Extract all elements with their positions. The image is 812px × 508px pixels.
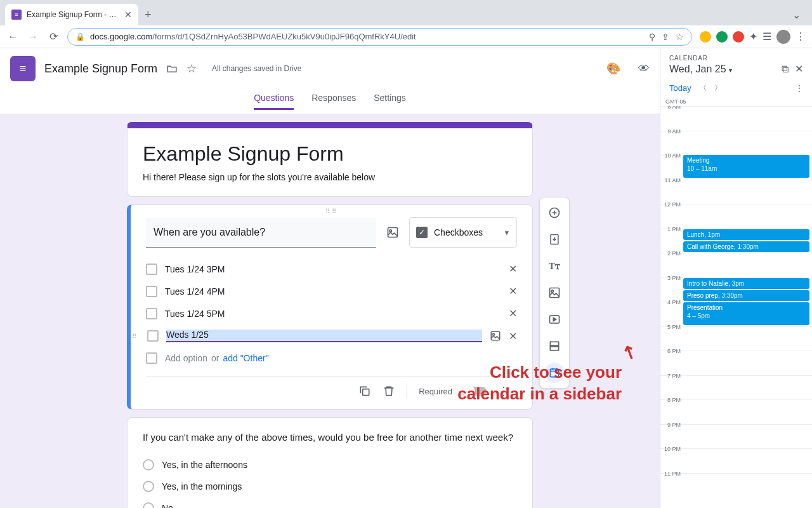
delete-icon[interactable]: [383, 385, 395, 398]
calendar-date[interactable]: Wed, Jan 25 ▾: [669, 64, 732, 75]
drag-handle-icon[interactable]: ⠿⠿: [131, 205, 532, 217]
calendar-sidebar-icon[interactable]: [544, 363, 565, 383]
add-title-icon[interactable]: Tᴛ: [544, 256, 565, 276]
extension-icon[interactable]: [733, 31, 744, 43]
extension-icon[interactable]: [716, 31, 728, 43]
annotation-arrow: ↖: [619, 340, 641, 365]
hour-label: 2 PM: [660, 250, 683, 277]
close-tab-icon[interactable]: ✕: [124, 10, 132, 20]
theme-icon[interactable]: 🎨: [606, 62, 620, 76]
extensions-icon[interactable]: ✦: [749, 30, 757, 43]
calendar-event[interactable]: Lunch, 1pm: [683, 229, 809, 240]
tab-responses[interactable]: Responses: [311, 93, 356, 110]
radio-icon: [143, 459, 154, 471]
radio-option[interactable]: No: [143, 497, 517, 508]
add-video-icon[interactable]: [544, 309, 565, 330]
duplicate-icon[interactable]: [358, 385, 371, 398]
next-day-icon[interactable]: 〉: [714, 83, 722, 93]
address-bar[interactable]: 🔒 docs.google.com/forms/d/1QSdZrnHyAo53B…: [67, 28, 692, 46]
question-card[interactable]: ⠿⠿ When are you available? ✓ Checkboxes …: [127, 204, 533, 410]
add-image-icon[interactable]: [386, 226, 399, 239]
tabs-overflow-icon[interactable]: ⌄: [786, 4, 807, 25]
bookmark-icon[interactable]: ☆: [676, 32, 684, 42]
browser-tab-strip: ≡ Example Signup Form - Google ✕ + ⌄: [0, 0, 812, 25]
option-row-editing[interactable]: ⠿ Weds 1/25 ✕: [146, 324, 517, 347]
remove-option-icon[interactable]: ✕: [509, 307, 517, 319]
hour-label: 1 PM: [660, 226, 683, 253]
browser-menu-icon[interactable]: ⋮: [796, 30, 806, 43]
question-type-dropdown[interactable]: ✓ Checkboxes ▼: [409, 217, 517, 248]
today-button[interactable]: Today: [669, 83, 691, 93]
new-tab-button[interactable]: +: [138, 4, 158, 25]
move-folder-icon[interactable]: [166, 63, 178, 74]
hour-label: 11 AM: [660, 177, 683, 204]
prev-day-icon[interactable]: 〈: [699, 83, 707, 93]
calendar-event[interactable]: Call with George, 1:30pm: [683, 241, 809, 252]
forms-logo-icon[interactable]: ≡: [10, 56, 36, 81]
tab-title: Example Signup Form - Google: [27, 10, 119, 19]
add-image-icon[interactable]: [544, 283, 565, 303]
question-card[interactable]: If you can't make any of the above times…: [127, 417, 533, 508]
import-questions-icon[interactable]: [544, 229, 565, 250]
hour-label: 8 AM: [660, 106, 683, 131]
reload-button[interactable]: ⟳: [47, 30, 60, 43]
option-row[interactable]: Tues 1/24 5PM ✕: [146, 302, 517, 324]
hour-label: 5 PM: [660, 324, 683, 351]
calendar-sidebar: CALENDAR Wed, Jan 25 ▾ ⧉ ✕ Today 〈 〉 ⋮ G…: [660, 48, 812, 508]
calendar-event[interactable]: Meeting10 – 11am: [683, 155, 809, 178]
calendar-grid[interactable]: 8 AM9 AM10 AM11 AM12 PM1 PM2 PM3 PM4 PM5…: [660, 106, 812, 508]
calendar-event[interactable]: Preso prep, 3:30pm: [683, 290, 809, 301]
option-editing-input[interactable]: Weds 1/25: [166, 330, 482, 342]
question-title-input[interactable]: When are you available?: [146, 218, 376, 248]
open-in-new-icon[interactable]: ⧉: [782, 64, 789, 75]
checkbox-icon: [146, 308, 157, 319]
remove-option-icon[interactable]: ✕: [509, 285, 517, 297]
reading-list-icon[interactable]: ☰: [763, 30, 771, 43]
required-toggle[interactable]: [464, 387, 487, 396]
calendar-event[interactable]: Intro to Natalie, 3pm: [683, 278, 809, 289]
star-icon[interactable]: ☆: [187, 62, 197, 76]
share-icon[interactable]: ⇪: [662, 32, 669, 42]
radio-option[interactable]: Yes, in the afternoons: [143, 454, 517, 476]
radio-icon: [143, 481, 154, 492]
svg-rect-4: [363, 389, 369, 396]
lock-icon: 🔒: [75, 32, 85, 41]
question-text[interactable]: If you can't make any of the above times…: [143, 432, 517, 443]
more-options-icon[interactable]: ⋮: [498, 384, 509, 398]
remove-option-icon[interactable]: ✕: [509, 330, 517, 342]
extension-icon[interactable]: [700, 31, 711, 43]
hour-label: 12 PM: [660, 201, 683, 229]
dropdown-caret-icon: ▼: [504, 229, 510, 236]
add-section-icon[interactable]: [544, 336, 565, 356]
zoom-icon[interactable]: ⚲: [649, 32, 655, 42]
add-question-icon[interactable]: [544, 203, 565, 223]
add-other-link[interactable]: add "Other": [223, 353, 268, 363]
tab-questions[interactable]: Questions: [254, 93, 294, 110]
svg-rect-7: [550, 288, 560, 298]
back-button[interactable]: ←: [6, 31, 19, 43]
hour-label: 10 AM: [660, 152, 683, 180]
calendar-menu-icon[interactable]: ⋮: [796, 84, 803, 93]
preview-icon[interactable]: 👁: [638, 62, 650, 76]
browser-tab[interactable]: ≡ Example Signup Form - Google ✕: [5, 4, 138, 25]
form-title[interactable]: Example Signup Form: [143, 142, 517, 166]
add-option-row[interactable]: Add option or add "Other": [146, 347, 517, 369]
close-panel-icon[interactable]: ✕: [795, 63, 803, 75]
form-description[interactable]: Hi there! Please sign up for the slots y…: [143, 172, 517, 182]
tab-settings[interactable]: Settings: [374, 93, 406, 110]
option-image-icon[interactable]: [490, 330, 501, 342]
svg-rect-10: [550, 342, 558, 345]
calendar-label: CALENDAR: [669, 55, 803, 62]
save-status: All changes saved in Drive: [212, 64, 301, 73]
option-row[interactable]: Tues 1/24 3PM ✕: [146, 258, 517, 280]
profile-avatar[interactable]: [776, 30, 790, 44]
form-canvas: Example Signup Form Hi there! Please sig…: [0, 114, 660, 508]
hour-label: 9 PM: [660, 422, 683, 449]
calendar-event[interactable]: Presentation4 – 5pm: [683, 302, 809, 325]
document-title[interactable]: Example Signup Form: [44, 62, 157, 76]
option-grip-icon[interactable]: ⠿: [132, 333, 140, 340]
radio-option[interactable]: Yes, in the mornings: [143, 476, 517, 497]
remove-option-icon[interactable]: ✕: [509, 263, 517, 275]
form-header-card[interactable]: Example Signup Form Hi there! Please sig…: [127, 122, 533, 197]
option-row[interactable]: Tues 1/24 4PM ✕: [146, 280, 517, 302]
